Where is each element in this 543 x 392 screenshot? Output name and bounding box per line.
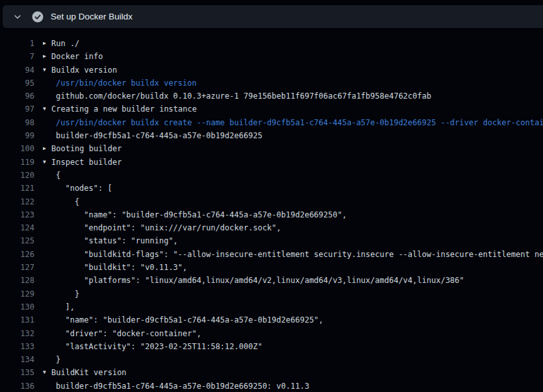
line-number[interactable]: 129 — [0, 288, 34, 300]
log-text: /usr/bin/docker buildx version — [56, 77, 197, 90]
log-container: 1▶Run ./7▶Docker info94▼Buildx version95… — [0, 28, 543, 392]
line-number[interactable]: 121 — [0, 182, 34, 195]
log-line-content: ▼Buildx version — [43, 64, 543, 77]
log-line[interactable]: 7▶Docker info — [0, 50, 543, 63]
log-text: builder-d9cfb5a1-c764-445a-a57e-0b19d2e6… — [56, 380, 309, 392]
log-line-content: { — [43, 169, 543, 182]
log-line[interactable]: 100▶Booting builder — [0, 142, 543, 155]
log-text: Inspect builder — [51, 156, 121, 169]
log-line-content: builder-d9cfb5a1-c764-445a-a57e-0b19d2e6… — [43, 380, 543, 392]
log-line-content: ▼BuildKit version — [43, 366, 543, 379]
log-line: 124 "endpoint": "unix:///var/run/docker.… — [0, 221, 543, 234]
line-number[interactable]: 124 — [0, 221, 34, 234]
log-text: Buildx version — [51, 64, 117, 77]
line-number[interactable]: 123 — [0, 208, 34, 221]
line-number[interactable]: 134 — [0, 353, 34, 366]
triangle-down-icon[interactable]: ▼ — [43, 366, 51, 379]
log-line: 134} — [0, 353, 543, 366]
log-line-content: "name": "builder-d9cfb5a1-c764-445a-a57e… — [43, 313, 543, 326]
log-text: builder-d9cfb5a1-c764-445a-a57e-0b19d2e6… — [56, 129, 262, 142]
log-text: github.com/docker/buildx 0.10.3+azure-1 … — [56, 90, 431, 103]
log-text: "lastActivity": "2023-02-25T11:58:12.000… — [56, 340, 262, 353]
status-check-icon — [32, 11, 44, 23]
line-number[interactable]: 136 — [0, 380, 34, 392]
log-line-content: ▶Run ./ — [43, 37, 543, 50]
triangle-right-icon[interactable]: ▶ — [43, 142, 51, 155]
log-line-content: } — [43, 353, 543, 366]
triangle-right-icon[interactable]: ▶ — [43, 37, 51, 50]
log-line[interactable]: 119▼Inspect builder — [0, 156, 543, 169]
log-line: 129 } — [0, 288, 543, 300]
log-text: Creating a new builder instance — [51, 103, 197, 116]
log-line: 121 "nodes": [ — [0, 182, 543, 195]
log-text: /usr/bin/docker buildx create --name bui… — [56, 116, 543, 129]
line-number[interactable]: 130 — [0, 300, 34, 313]
line-number[interactable]: 100 — [0, 142, 34, 155]
line-number[interactable]: 98 — [0, 116, 34, 129]
line-number[interactable]: 94 — [0, 64, 34, 77]
triangle-down-icon[interactable]: ▼ — [43, 103, 51, 116]
line-number[interactable]: 135 — [0, 366, 34, 379]
chevron-down-icon[interactable] — [12, 12, 23, 22]
log-line-content: ▶Booting builder — [43, 142, 543, 155]
step-title: Set up Docker Buildx — [51, 12, 133, 21]
line-number[interactable]: 119 — [0, 156, 34, 169]
log-line-content: "status": "running", — [43, 234, 543, 247]
line-number[interactable]: 132 — [0, 327, 34, 340]
line-number[interactable]: 95 — [0, 77, 34, 90]
log-line-content: { — [43, 195, 543, 208]
line-number[interactable]: 128 — [0, 274, 34, 287]
log-line-content: "nodes": [ — [43, 182, 543, 195]
log-line-content: "lastActivity": "2023-02-25T11:58:12.000… — [43, 340, 543, 353]
log-line[interactable]: 94▼Buildx version — [0, 64, 543, 77]
triangle-down-icon[interactable]: ▼ — [43, 156, 51, 169]
log-line[interactable]: 1▶Run ./ — [0, 37, 543, 50]
line-number[interactable]: 96 — [0, 90, 34, 103]
log-text: "endpoint": "unix:///var/run/docker.sock… — [56, 221, 281, 234]
line-number[interactable]: 122 — [0, 195, 34, 208]
line-number[interactable]: 97 — [0, 103, 34, 116]
log-line: 98/usr/bin/docker buildx create --name b… — [0, 116, 543, 129]
log-text: ], — [56, 300, 75, 313]
log-line-content: ▼Creating a new builder instance — [43, 103, 543, 116]
log-line-content: "buildkit": "v0.11.3", — [43, 261, 543, 274]
log-line-content: "driver": "docker-container", — [43, 327, 543, 340]
line-number[interactable]: 7 — [0, 50, 34, 63]
log-line-content: } — [43, 288, 543, 300]
log-line-content: ], — [43, 300, 543, 313]
log-line: 120{ — [0, 169, 543, 182]
log-line: 131 "name": "builder-d9cfb5a1-c764-445a-… — [0, 313, 543, 326]
log-line: 126 "buildkitd-flags": "--allow-insecure… — [0, 248, 543, 261]
line-number[interactable]: 126 — [0, 248, 34, 261]
log-line: 132 "driver": "docker-container", — [0, 327, 543, 340]
step-header[interactable]: Set up Docker Buildx — [3, 5, 543, 28]
line-number[interactable]: 1 — [0, 37, 34, 50]
log-line: 128 "platforms": "linux/amd64,linux/amd6… — [0, 274, 543, 287]
log-text: "name": "builder-d9cfb5a1-c764-445a-a57e… — [56, 313, 323, 326]
log-line-content: github.com/docker/buildx 0.10.3+azure-1 … — [43, 90, 543, 103]
log-line: 125 "status": "running", — [0, 234, 543, 247]
log-line-content: "name": "builder-d9cfb5a1-c764-445a-a57e… — [43, 208, 543, 221]
log-text: { — [56, 195, 79, 208]
line-number[interactable]: 125 — [0, 234, 34, 247]
log-line: 95/usr/bin/docker buildx version — [0, 77, 543, 90]
line-number[interactable]: 99 — [0, 129, 34, 142]
log-line: 127 "buildkit": "v0.11.3", — [0, 261, 543, 274]
line-number[interactable]: 133 — [0, 340, 34, 353]
log-line-content: "platforms": "linux/amd64,linux/amd64/v2… — [43, 274, 543, 287]
log-line[interactable]: 97▼Creating a new builder instance — [0, 103, 543, 116]
log-line-content: ▼Inspect builder — [43, 156, 543, 169]
triangle-down-icon[interactable]: ▼ — [43, 64, 51, 77]
line-number[interactable]: 131 — [0, 313, 34, 326]
log-text: "platforms": "linux/amd64,linux/amd64/v2… — [56, 274, 464, 287]
log-text: Booting builder — [51, 142, 121, 155]
triangle-right-icon[interactable]: ▶ — [43, 50, 51, 63]
log-text: } — [56, 288, 79, 300]
log-text: } — [56, 353, 60, 366]
line-number[interactable]: 127 — [0, 261, 34, 274]
log-line-content: /usr/bin/docker buildx version — [43, 77, 543, 90]
log-line: 123 "name": "builder-d9cfb5a1-c764-445a-… — [0, 208, 543, 221]
line-number[interactable]: 120 — [0, 169, 34, 182]
log-text: "name": "builder-d9cfb5a1-c764-445a-a57e… — [56, 208, 347, 221]
log-line[interactable]: 135▼BuildKit version — [0, 366, 543, 379]
